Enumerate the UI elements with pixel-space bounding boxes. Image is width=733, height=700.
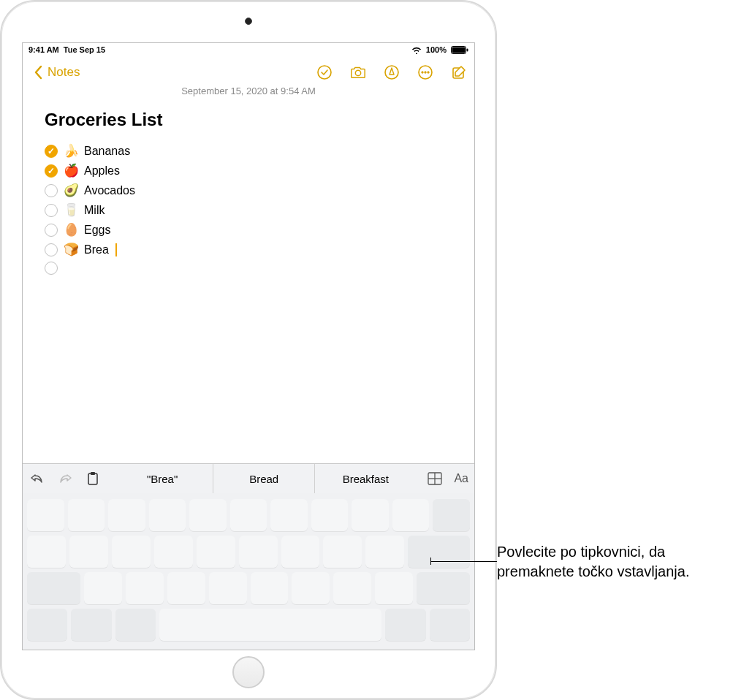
- checkbox[interactable]: [45, 204, 58, 217]
- item-label[interactable]: Milk: [84, 204, 105, 217]
- numbers-key[interactable]: [27, 609, 67, 641]
- key[interactable]: [333, 572, 371, 604]
- key[interactable]: [108, 499, 145, 531]
- checkbox[interactable]: [45, 243, 58, 256]
- svg-rect-1: [452, 47, 466, 53]
- keyboard-keys[interactable]: [23, 493, 474, 650]
- checklist-item[interactable]: 🥑Avocados: [45, 183, 452, 198]
- note-title[interactable]: Groceries List: [45, 110, 452, 130]
- checklist-item[interactable]: 🥛Milk: [45, 202, 452, 218]
- checkbox[interactable]: [45, 224, 58, 237]
- checklist-icon[interactable]: [316, 64, 333, 80]
- key[interactable]: [365, 536, 404, 568]
- status-date: Tue Sep 15: [64, 45, 105, 54]
- suggestion-2[interactable]: Bread: [213, 464, 314, 493]
- key[interactable]: [323, 536, 362, 568]
- checklist-item[interactable]: 🍎Apples: [45, 163, 452, 178]
- camera-icon[interactable]: [350, 64, 366, 80]
- checklist-item[interactable]: 🍌Bananas: [45, 143, 452, 159]
- key[interactable]: [311, 499, 349, 531]
- table-icon[interactable]: [426, 470, 444, 487]
- numbers-key[interactable]: [385, 609, 425, 641]
- checkbox[interactable]: [45, 164, 58, 178]
- key[interactable]: [270, 499, 308, 531]
- key[interactable]: [112, 536, 151, 568]
- clipboard-icon[interactable]: [84, 470, 102, 487]
- suggestion-1[interactable]: "Brea": [112, 464, 213, 493]
- key[interactable]: [292, 572, 330, 604]
- format-icon[interactable]: Aa: [454, 470, 468, 487]
- key[interactable]: [375, 572, 413, 604]
- text-caret: [115, 243, 117, 256]
- key[interactable]: [167, 572, 205, 604]
- undo-icon[interactable]: [29, 470, 46, 487]
- item-emoji: 🥚: [64, 222, 78, 237]
- home-button[interactable]: [232, 656, 265, 688]
- space-key[interactable]: [159, 609, 381, 641]
- svg-point-3: [318, 66, 331, 79]
- svg-rect-2: [467, 48, 468, 51]
- key[interactable]: [251, 572, 289, 604]
- item-emoji: 🥑: [64, 183, 78, 198]
- checklist[interactable]: 🍌Bananas🍎Apples🥑Avocados🥛Milk🥚Eggs🍞Brea: [45, 143, 452, 275]
- item-emoji: 🍞: [64, 242, 78, 257]
- key[interactable]: [209, 572, 247, 604]
- svg-point-8: [425, 72, 426, 73]
- ipad-device-frame: 9:41 AM Tue Sep 15 100% Notes: [0, 0, 497, 700]
- keyboard[interactable]: "Brea" Bread Breakfast Aa: [23, 463, 474, 650]
- callout-text: Povlecite po tipkovnici, da premaknete t…: [497, 542, 716, 582]
- status-time: 9:41 AM: [29, 45, 59, 54]
- shift-key[interactable]: [27, 572, 80, 604]
- nav-bar: Notes: [23, 56, 474, 88]
- wifi-icon: [411, 46, 422, 54]
- checklist-item[interactable]: [45, 262, 452, 275]
- suggestion-3[interactable]: Breakfast: [314, 464, 416, 493]
- callout-leader-line: [431, 561, 497, 562]
- suggestions-bar: "Brea" Bread Breakfast: [112, 464, 416, 493]
- checkbox[interactable]: [45, 184, 58, 197]
- key[interactable]: [126, 572, 164, 604]
- key[interactable]: [69, 536, 108, 568]
- checklist-item[interactable]: 🍞Brea: [45, 242, 452, 257]
- shift-key[interactable]: [417, 572, 470, 604]
- item-label[interactable]: Brea: [84, 243, 109, 256]
- svg-point-4: [355, 70, 360, 75]
- battery-icon: [451, 46, 468, 54]
- key[interactable]: [239, 536, 278, 568]
- dismiss-keyboard-key[interactable]: [430, 609, 470, 641]
- checkbox[interactable]: [45, 145, 58, 158]
- checkbox[interactable]: [45, 262, 58, 275]
- item-label[interactable]: Bananas: [84, 145, 130, 158]
- markup-icon[interactable]: [384, 64, 400, 80]
- emoji-key[interactable]: [71, 609, 111, 641]
- back-button[interactable]: Notes: [30, 64, 80, 80]
- back-label: Notes: [48, 65, 80, 80]
- key[interactable]: [84, 572, 122, 604]
- mic-key[interactable]: [115, 609, 156, 641]
- backspace-key[interactable]: [433, 499, 470, 531]
- key[interactable]: [149, 499, 186, 531]
- key[interactable]: [68, 499, 105, 531]
- key[interactable]: [230, 499, 267, 531]
- svg-rect-12: [91, 472, 95, 475]
- svg-point-9: [428, 72, 429, 73]
- more-icon[interactable]: [417, 64, 433, 80]
- key[interactable]: [352, 499, 389, 531]
- key[interactable]: [27, 536, 66, 568]
- item-label[interactable]: Eggs: [84, 224, 110, 237]
- key[interactable]: [189, 499, 227, 531]
- key[interactable]: [154, 536, 193, 568]
- chevron-left-icon: [30, 64, 46, 80]
- redo-icon[interactable]: [56, 470, 74, 487]
- return-key[interactable]: [408, 536, 470, 568]
- item-label[interactable]: Apples: [84, 164, 120, 178]
- checklist-item[interactable]: 🥚Eggs: [45, 222, 452, 237]
- compose-icon[interactable]: [451, 64, 467, 80]
- note-timestamp: September 15, 2020 at 9:54 AM: [45, 85, 452, 96]
- key[interactable]: [392, 499, 430, 531]
- note-body[interactable]: September 15, 2020 at 9:54 AM Groceries …: [23, 85, 474, 275]
- key[interactable]: [197, 536, 235, 568]
- key[interactable]: [281, 536, 320, 568]
- item-label[interactable]: Avocados: [84, 184, 135, 197]
- key[interactable]: [27, 499, 64, 531]
